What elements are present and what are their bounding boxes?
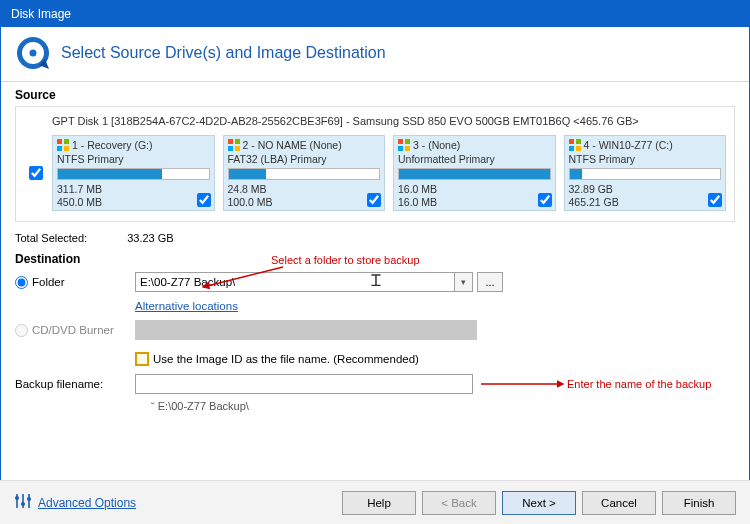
windows-logo-icon xyxy=(57,139,69,151)
partition-total: 16.0 MB xyxy=(398,196,551,209)
window-titlebar: Disk Image xyxy=(1,1,749,27)
partition-checkbox[interactable] xyxy=(538,193,552,207)
destination-section-label: Destination xyxy=(1,250,749,270)
use-image-id-checkbox[interactable] xyxy=(135,352,149,366)
svg-point-2 xyxy=(30,50,37,57)
partition-checkbox[interactable] xyxy=(708,193,722,207)
browse-folder-button[interactable]: ... xyxy=(477,272,503,292)
usage-bar xyxy=(228,168,381,180)
partition-total: 450.0 MB xyxy=(57,196,210,209)
page-header: Select Source Drive(s) and Image Destina… xyxy=(1,27,749,82)
disk-icon xyxy=(15,35,51,71)
partition-title: 4 - WIN10-Z77 (C:) xyxy=(584,139,673,151)
annotation-arrow-filename xyxy=(475,377,565,391)
next-button[interactable]: Next > xyxy=(502,491,576,515)
partition-used: 24.8 MB xyxy=(228,183,381,196)
cd-burner-disabled-field xyxy=(135,320,477,340)
svg-point-10 xyxy=(27,497,31,501)
folder-path-input[interactable] xyxy=(135,272,455,292)
disk-descriptor: GPT Disk 1 [318B254A-67C2-4D2D-AB28-2556… xyxy=(24,113,726,135)
cd-radio-label[interactable]: CD/DVD Burner xyxy=(15,324,135,337)
page-title: Select Source Drive(s) and Image Destina… xyxy=(61,44,386,62)
partition-total: 100.0 MB xyxy=(228,196,381,209)
partition-used: 16.0 MB xyxy=(398,183,551,196)
use-image-id-label: Use the Image ID as the file name. (Reco… xyxy=(153,353,419,365)
alternative-locations-link[interactable]: Alternative locations xyxy=(135,300,238,312)
partition-used: 311.7 MB xyxy=(57,183,210,196)
partition-card[interactable]: 4 - WIN10-Z77 (C:)NTFS Primary32.89 GB46… xyxy=(564,135,727,211)
partition-checkbox[interactable] xyxy=(197,193,211,207)
partition-title: 1 - Recovery (G:) xyxy=(72,139,153,151)
window-title: Disk Image xyxy=(11,7,71,21)
partition-type: NTFS Primary xyxy=(569,153,722,165)
partition-card[interactable]: 1 - Recovery (G:)NTFS Primary311.7 MB450… xyxy=(52,135,215,211)
partition-total: 465.21 GB xyxy=(569,196,722,209)
svg-point-8 xyxy=(15,496,19,500)
backup-filename-input[interactable] xyxy=(135,374,473,394)
backup-filename-label: Backup filename: xyxy=(15,378,135,390)
partition-title: 3 - (None) xyxy=(413,139,460,151)
folder-dropdown-button[interactable]: ▾ xyxy=(455,272,473,292)
partition-checkbox[interactable] xyxy=(367,193,381,207)
usage-bar xyxy=(57,168,210,180)
total-selected-label: Total Selected: xyxy=(15,232,87,244)
partition-type: FAT32 (LBA) Primary xyxy=(228,153,381,165)
partition-title: 2 - NO NAME (None) xyxy=(243,139,342,151)
advanced-options-link[interactable]: Advanced Options xyxy=(38,496,136,510)
partition-type: Unformatted Primary xyxy=(398,153,551,165)
usage-bar xyxy=(569,168,722,180)
total-selected-row: Total Selected: 33.23 GB xyxy=(1,226,749,250)
partition-type: NTFS Primary xyxy=(57,153,210,165)
sliders-icon xyxy=(14,492,32,514)
wizard-footer: Advanced Options Help < Back Next > Canc… xyxy=(0,480,750,524)
windows-logo-icon xyxy=(569,139,581,151)
use-image-id-row[interactable]: Use the Image ID as the file name. (Reco… xyxy=(135,352,735,366)
annotation-enter-name: Enter the name of the backup xyxy=(567,378,711,390)
partition-card[interactable]: 2 - NO NAME (None)FAT32 (LBA) Primary24.… xyxy=(223,135,386,211)
cancel-button[interactable]: Cancel xyxy=(582,491,656,515)
finish-button[interactable]: Finish xyxy=(662,491,736,515)
source-panel: GPT Disk 1 [318B254A-67C2-4D2D-AB28-2556… xyxy=(15,106,735,222)
partition-card[interactable]: 3 - (None)Unformatted Primary16.0 MB16.0… xyxy=(393,135,556,211)
partition-used: 32.89 GB xyxy=(569,183,722,196)
destination-folder-radio[interactable] xyxy=(15,276,28,289)
svg-point-9 xyxy=(21,502,25,506)
help-button[interactable]: Help xyxy=(342,491,416,515)
back-button[interactable]: < Back xyxy=(422,491,496,515)
windows-logo-icon xyxy=(228,139,240,151)
usage-bar xyxy=(398,168,551,180)
destination-cd-radio xyxy=(15,324,28,337)
windows-logo-icon xyxy=(398,139,410,151)
select-all-partitions-checkbox[interactable] xyxy=(29,166,43,180)
backup-path-echo: E:\00-Z77 Backup\ xyxy=(151,400,735,412)
folder-radio-label[interactable]: Folder xyxy=(15,276,135,289)
total-selected-value: 33.23 GB xyxy=(127,232,173,244)
source-section-label: Source xyxy=(1,82,749,106)
